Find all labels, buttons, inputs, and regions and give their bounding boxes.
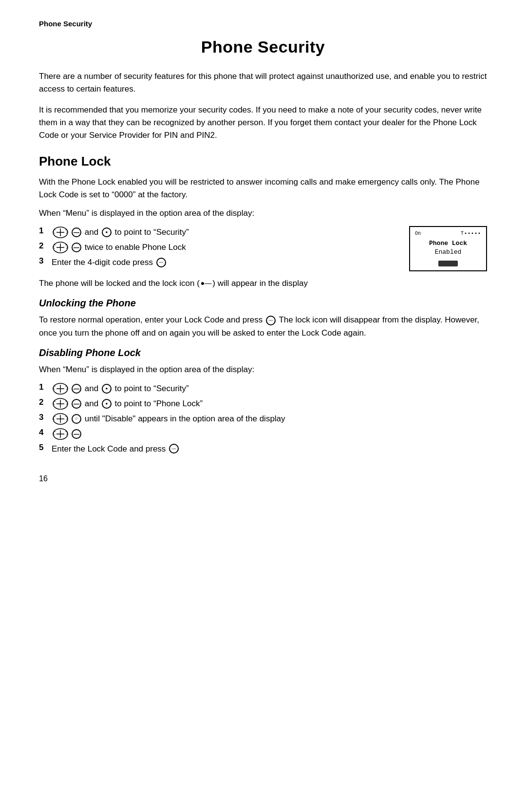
disable-step-4: 4 — xyxy=(39,428,487,440)
menu-btn-icon-2: — xyxy=(72,243,81,252)
hand-icon-d1 xyxy=(52,382,69,395)
phone-screen-mockup: On T▪▪▪▪▪ Phone Lock Enabled xyxy=(409,226,487,271)
disable-step-5-text: Enter the Lock Code and press xyxy=(52,443,166,455)
step-1-body: — and ● to point to “Security” xyxy=(52,226,189,239)
hand-icon-d3 xyxy=(52,413,69,425)
ok-btn-unlock: — xyxy=(266,316,276,325)
disable-step-2-suffix: to point to “Phone Lock” xyxy=(115,397,203,410)
step-2-body: — twice to enable Phone Lock xyxy=(52,241,186,254)
disable-step-1: 1 — and ● to point to “Security” xyxy=(39,382,487,395)
chapter-header: Phone Security xyxy=(39,19,487,28)
disable-step-4-body: — xyxy=(52,428,82,440)
ok-btn-d5: — xyxy=(169,444,179,453)
nav-btn-icon-1: ● xyxy=(102,227,112,237)
disable-step-5-body: Enter the Lock Code and press — xyxy=(52,443,180,455)
step-3: 3 Enter the 4-digit code press — xyxy=(39,256,399,269)
page-title: Phone Security xyxy=(39,38,487,57)
disable-step-2: 2 — and ● to point to “Phone Lock” xyxy=(39,397,487,410)
after-steps-suffix: ) will appear in the display xyxy=(212,277,308,290)
phone-screen-signal: T▪▪▪▪▪ xyxy=(461,231,481,236)
phone-lock-when: When “Menu” is displayed in the option a… xyxy=(39,207,487,220)
step-number-2: 2 xyxy=(39,241,50,251)
after-steps-text: The phone will be locked and the lock ic… xyxy=(39,277,487,290)
lock-icon: ●— xyxy=(201,278,211,289)
step-2-text: twice to enable Phone Lock xyxy=(85,241,186,254)
soft-btn-d3: ○ xyxy=(72,414,81,424)
page-number: 16 xyxy=(39,474,487,483)
phone-screen-line1: Phone Lock xyxy=(415,239,481,248)
hand-icon-d4 xyxy=(52,428,69,440)
step-number-1: 1 xyxy=(39,226,50,236)
nav-btn-d2: ● xyxy=(102,399,112,409)
disable-step-5: 5 Enter the Lock Code and press — xyxy=(39,443,487,455)
phone-screen-signal-icon: On xyxy=(415,231,421,236)
hand-icon-d2 xyxy=(52,397,69,410)
step-1: 1 — and ● xyxy=(39,226,399,239)
after-steps-prefix: The phone will be locked and the lock ic… xyxy=(39,277,200,290)
and-d1: and xyxy=(85,382,98,395)
hand-phone-icon-2 xyxy=(52,241,69,254)
and-text-1: and xyxy=(85,226,98,239)
disable-step-1-body: — and ● to point to “Security” xyxy=(52,382,189,395)
ok-btn-icon-3: — xyxy=(156,258,166,267)
intro-paragraph-2: It is recommended that you memorize your… xyxy=(39,104,487,142)
disable-step-3: 3 ○ until "Disable" appears in the optio… xyxy=(39,413,487,425)
disable-step-1-suffix: to point to “Security” xyxy=(115,382,189,395)
subsection-title-unlocking: Unlocking the Phone xyxy=(39,298,487,309)
disable-step-3-text: until "Disable" appears in the option ar… xyxy=(85,413,285,425)
step-3-body: Enter the 4-digit code press — xyxy=(52,256,167,269)
menu-btn-d2: — xyxy=(72,399,81,409)
step-number-3: 3 xyxy=(39,256,50,266)
phone-screen-button xyxy=(438,261,458,266)
hand-phone-icon-1 xyxy=(52,226,69,239)
header-label: Phone Security xyxy=(39,19,487,28)
disable-step-num-2: 2 xyxy=(39,397,50,407)
disable-step-num-3: 3 xyxy=(39,413,50,422)
phone-screen-line2: Enabled xyxy=(415,248,481,257)
menu-btn-d4: — xyxy=(72,429,81,439)
disable-step-num-1: 1 xyxy=(39,382,50,392)
phone-lock-intro: With the Phone Lock enabled you will be … xyxy=(39,176,487,202)
intro-paragraph-1: There are a number of security features … xyxy=(39,70,487,96)
step-3-text: Enter the 4-digit code press xyxy=(52,256,153,269)
section-title-phone-lock: Phone Lock xyxy=(39,154,487,169)
disabling-when: When “Menu” is displayed in the option a… xyxy=(39,363,487,376)
disable-step-num-4: 4 xyxy=(39,428,50,437)
disable-step-2-body: — and ● to point to “Phone Lock” xyxy=(52,397,203,410)
step-1-suffix: to point to “Security” xyxy=(115,226,189,239)
disable-step-3-body: ○ until "Disable" appears in the option … xyxy=(52,413,285,425)
menu-btn-icon-1a: — xyxy=(72,227,81,237)
nav-btn-d1: ● xyxy=(102,384,112,394)
subsection-title-disabling: Disabling Phone Lock xyxy=(39,347,487,359)
unlocking-text: To restore normal operation, enter your … xyxy=(39,314,487,340)
menu-btn-d1: — xyxy=(72,384,81,394)
disable-step-num-5: 5 xyxy=(39,443,50,453)
and-d2: and xyxy=(85,397,98,410)
disabling-steps: 1 — and ● to point to “Security” 2 xyxy=(39,382,487,455)
step-2: 2 — twice to enable Phone Lock xyxy=(39,241,399,254)
